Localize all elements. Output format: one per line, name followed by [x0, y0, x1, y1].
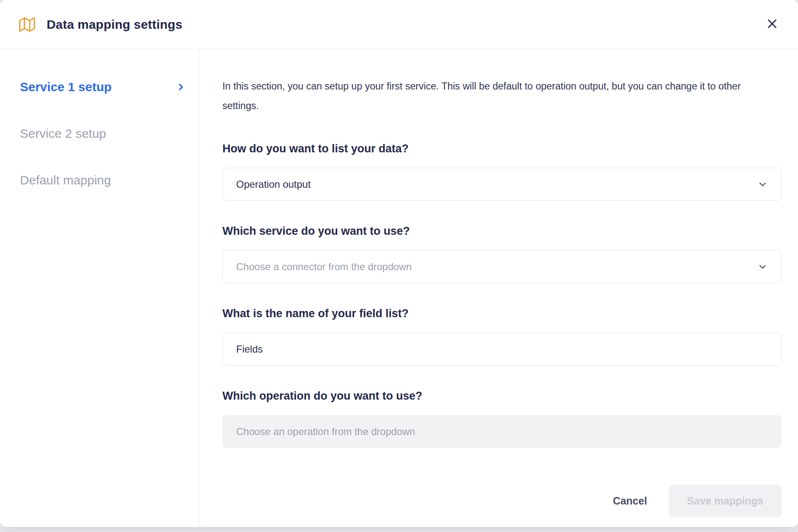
chevron-down-icon	[757, 261, 768, 272]
sidebar-item-label: Service 2 setup	[20, 126, 106, 142]
save-mappings-button[interactable]: Save mappings	[669, 485, 782, 517]
field-label: Which operation do you want to use?	[222, 390, 782, 403]
sidebar-item-service-2-setup[interactable]: Service 2 setup	[20, 126, 185, 142]
select-selected-value: Operation output	[236, 179, 311, 190]
service-1-setup-panel: In this section, you can setup up your f…	[200, 49, 798, 527]
field-group-list-data: How do you want to list your data? Opera…	[222, 142, 782, 201]
select-placeholder: Choose a connector from the dropdown	[236, 261, 412, 273]
chevron-down-icon	[757, 179, 768, 190]
field-label: What is the name of your field list?	[222, 307, 782, 320]
chevron-right-icon	[176, 82, 185, 92]
sidebar-item-default-mapping[interactable]: Default mapping	[20, 172, 185, 188]
sidebar-item-label: Default mapping	[20, 172, 111, 188]
field-label: How do you want to list your data?	[222, 142, 782, 155]
settings-sidebar: Service 1 setup Service 2 setup Default …	[0, 49, 200, 527]
modal-header: Data mapping settings	[0, 0, 798, 49]
section-description: In this section, you can setup up your f…	[222, 77, 756, 116]
field-group-operation: Which operation do you want to use?	[222, 390, 782, 448]
cancel-button[interactable]: Cancel	[611, 491, 649, 511]
modal-title: Data mapping settings	[47, 17, 182, 32]
modal-footer: Cancel Save mappings	[222, 485, 782, 527]
sidebar-item-service-1-setup[interactable]: Service 1 setup	[20, 79, 185, 95]
field-label: Which service do you want to use?	[222, 225, 782, 238]
close-button[interactable]	[763, 15, 781, 34]
field-group-field-list-name: What is the name of your field list?	[222, 307, 782, 365]
data-mapping-modal: Data mapping settings Service 1 setup	[0, 0, 798, 527]
field-list-name-input[interactable]	[222, 333, 782, 365]
field-group-service-connector: Which service do you want to use? Choose…	[222, 225, 782, 283]
service-connector-select[interactable]: Choose a connector from the dropdown	[222, 250, 782, 283]
list-data-select[interactable]: Operation output	[222, 168, 782, 201]
sidebar-item-label: Service 1 setup	[20, 79, 112, 95]
map-icon	[19, 17, 35, 32]
close-icon	[766, 17, 778, 31]
modal-body: Service 1 setup Service 2 setup Default …	[0, 49, 798, 527]
operation-select-disabled	[222, 415, 782, 448]
